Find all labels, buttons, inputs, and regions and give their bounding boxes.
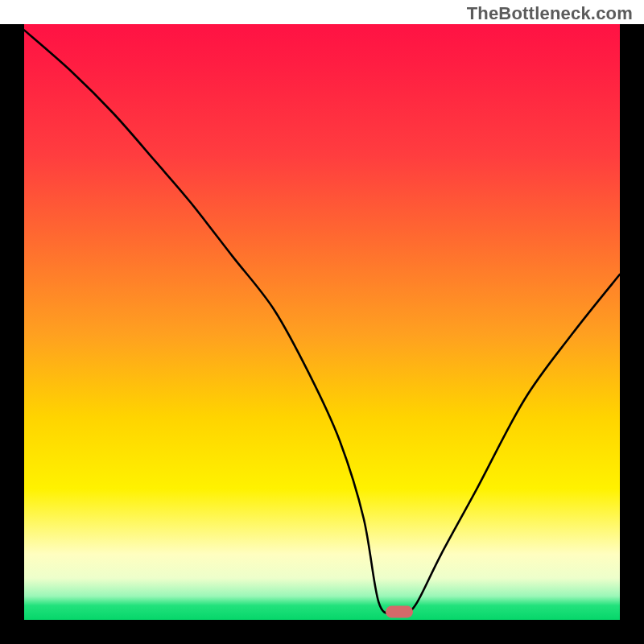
black-frame (0, 24, 644, 644)
watermark-text: TheBottleneck.com (467, 3, 633, 24)
plot-area (24, 24, 620, 620)
bottleneck-curve (24, 24, 620, 620)
sweet-spot-marker (386, 605, 413, 617)
chart-container: TheBottleneck.com (0, 0, 644, 644)
